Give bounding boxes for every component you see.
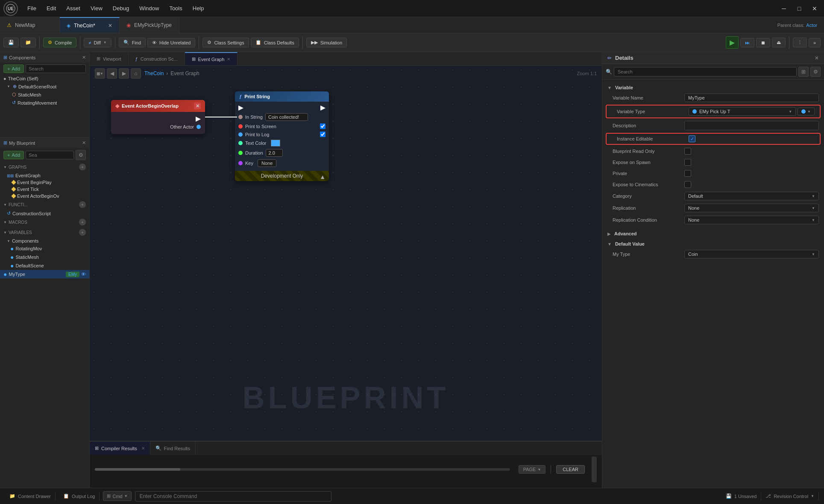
class-defaults-button[interactable]: 📋 Class Defaults bbox=[251, 38, 299, 47]
instance-editable-checkbox[interactable] bbox=[689, 135, 695, 142]
components-search-input[interactable] bbox=[26, 64, 86, 73]
mytype-var-item[interactable]: ● MyType EMy 👁 bbox=[0, 270, 89, 278]
content-browser-button[interactable]: 📁 bbox=[21, 38, 36, 47]
mytype-eye-icon[interactable]: 👁 bbox=[81, 272, 86, 277]
replication-condition-dropdown[interactable]: None ▼ bbox=[684, 216, 819, 224]
details-search-input[interactable] bbox=[614, 67, 797, 76]
parent-class-value[interactable]: Actor bbox=[806, 23, 817, 28]
cmd-selector[interactable]: ⊞ Cmd ▼ bbox=[103, 491, 131, 501]
tab-newmap[interactable]: ⚠ NewMap bbox=[0, 17, 60, 33]
container-type-button[interactable]: ▼ bbox=[798, 108, 815, 115]
console-input[interactable] bbox=[135, 491, 331, 501]
menu-edit[interactable]: Edit bbox=[42, 3, 60, 13]
menu-window[interactable]: Window bbox=[135, 3, 163, 13]
page-button[interactable]: PAGE ▼ bbox=[519, 465, 546, 474]
eventgraph-tab-close[interactable]: ✕ bbox=[227, 57, 230, 62]
menu-asset[interactable]: Asset bbox=[62, 3, 85, 13]
blueprint-settings-button[interactable]: ⚙ bbox=[76, 150, 86, 160]
components-add-button[interactable]: + Add bbox=[3, 64, 24, 73]
canvas-mode-dropdown[interactable]: ⊞ ▼ bbox=[95, 68, 105, 79]
play-button[interactable]: ▶ bbox=[726, 36, 739, 49]
text-color-swatch[interactable] bbox=[271, 140, 280, 147]
breadcrumb-root[interactable]: TheCoin bbox=[144, 70, 164, 76]
print-string-node[interactable]: ƒ Print String In String bbox=[235, 91, 329, 181]
eject-button[interactable]: ⏏ bbox=[772, 38, 786, 47]
compiler-results-close[interactable]: ✕ bbox=[141, 446, 145, 451]
maximize-button[interactable]: □ bbox=[793, 4, 805, 13]
replication-dropdown[interactable]: None ▼ bbox=[684, 204, 819, 212]
dev-collapse-icon[interactable]: ▲ bbox=[320, 173, 325, 180]
components-close[interactable]: ✕ bbox=[82, 55, 86, 60]
save-button[interactable]: 💾 bbox=[3, 38, 19, 47]
event-beginplay-item[interactable]: Event BeginPlay bbox=[0, 179, 89, 186]
thecoin-tab-close[interactable]: ✕ bbox=[108, 23, 112, 29]
defaultscene-var-item[interactable]: ● DefaultScene bbox=[0, 261, 89, 270]
details-settings-button[interactable]: ⚙ bbox=[810, 67, 821, 77]
expose-cinematics-checkbox[interactable] bbox=[684, 181, 691, 188]
print-log-checkbox[interactable] bbox=[320, 132, 325, 137]
content-drawer-button[interactable]: 📁 Content Drawer bbox=[5, 492, 56, 501]
close-button[interactable]: ✕ bbox=[809, 4, 821, 13]
my-blueprint-add-button[interactable]: + Add bbox=[3, 151, 24, 159]
nav-home-button[interactable]: ⌂ bbox=[131, 68, 141, 79]
print-screen-checkbox[interactable] bbox=[320, 123, 325, 129]
graphs-add-button[interactable]: + bbox=[79, 164, 86, 170]
mytype-default-dropdown[interactable]: Coin ▼ bbox=[684, 250, 819, 258]
subtab-viewport[interactable]: ⊞ Viewport bbox=[90, 52, 129, 65]
macros-add-button[interactable]: + bbox=[79, 219, 86, 226]
menu-debug[interactable]: Debug bbox=[108, 3, 133, 13]
key-value[interactable]: None bbox=[258, 159, 276, 167]
variable-name-input[interactable] bbox=[684, 94, 819, 102]
find-button[interactable]: 🔍 Find bbox=[119, 38, 146, 47]
subtab-construction[interactable]: ƒ Construction Sc... bbox=[129, 52, 185, 65]
expand-button[interactable]: » bbox=[809, 38, 821, 47]
construction-script-item[interactable]: ↺ ConstructionScript bbox=[0, 210, 89, 217]
instring-value[interactable] bbox=[265, 113, 308, 121]
menu-view[interactable]: View bbox=[86, 3, 107, 13]
tab-emypickuptype[interactable]: ◉ EMyPickUpType bbox=[120, 17, 179, 33]
minimize-button[interactable]: ─ bbox=[778, 4, 790, 13]
components-group-item[interactable]: ▼ Components bbox=[0, 237, 89, 244]
details-close[interactable]: ✕ bbox=[815, 55, 819, 61]
stop-button[interactable]: ⏹ bbox=[756, 38, 770, 47]
compiler-results-tab[interactable]: ⊞ Compiler Results ✕ bbox=[90, 442, 150, 455]
private-checkbox[interactable] bbox=[684, 170, 691, 177]
event-tick-item[interactable]: Event Tick bbox=[0, 186, 89, 193]
variable-section-header[interactable]: ▼ Variable bbox=[602, 83, 824, 92]
revision-control-button[interactable]: ⎇ Revision Control ▼ bbox=[761, 492, 819, 501]
staticmesh-component-item[interactable]: ⬡ StaticMesh bbox=[0, 91, 89, 99]
rotatingmov-var-item[interactable]: ● RotatingMov bbox=[0, 244, 89, 253]
more-options-button[interactable]: ⋮ bbox=[793, 38, 807, 47]
defaultsceneroot-item[interactable]: ▼ ⊕ DefaultSceneRoot bbox=[0, 82, 89, 91]
clear-button[interactable]: CLEAR bbox=[556, 465, 585, 474]
diff-button[interactable]: ≠ Diff bbox=[84, 38, 111, 47]
my-blueprint-close[interactable]: ✕ bbox=[82, 140, 86, 146]
blueprint-canvas[interactable]: ⊞ ▼ ◀ ▶ ⌂ TheCoin › Event Graph Zoom 1:1 bbox=[90, 66, 602, 441]
details-layout-button[interactable]: ⊞ bbox=[798, 67, 809, 77]
results-vertical-scroll[interactable] bbox=[592, 457, 597, 482]
eventgraph-item[interactable]: ⊞⊞ EventGraph bbox=[0, 172, 89, 179]
unsaved-indicator[interactable]: 💾 1 Unsaved bbox=[721, 492, 762, 501]
menu-help[interactable]: Help bbox=[188, 3, 208, 13]
menu-file[interactable]: File bbox=[23, 3, 41, 13]
thecoin-self-item[interactable]: ● TheCoin (Self) bbox=[0, 75, 89, 82]
variables-add-button[interactable]: + bbox=[79, 229, 86, 236]
skip-button[interactable]: ⏭ bbox=[740, 38, 754, 47]
subtab-eventgraph[interactable]: ⊞ Event Graph ✕ bbox=[185, 52, 238, 65]
results-scrollbar-track[interactable] bbox=[95, 468, 510, 471]
find-results-tab[interactable]: 🔍 Find Results bbox=[150, 442, 196, 455]
simulation-button[interactable]: ▶▶ Simulation bbox=[306, 38, 347, 47]
functions-add-button[interactable]: + bbox=[79, 201, 86, 208]
nav-back-button[interactable]: ◀ bbox=[107, 68, 117, 79]
compile-button[interactable]: ⚙ Compile bbox=[43, 38, 76, 47]
my-blueprint-search-input[interactable] bbox=[26, 151, 74, 159]
category-dropdown[interactable]: Default ▼ bbox=[684, 192, 819, 200]
variable-type-dropdown[interactable]: EMy Pick Up T ▼ bbox=[689, 107, 796, 116]
hide-unrelated-button[interactable]: 👁 Hide Unrelated bbox=[147, 38, 195, 47]
description-input[interactable] bbox=[684, 121, 819, 130]
class-settings-button[interactable]: ⚙ Class Settings bbox=[202, 38, 249, 47]
rotatingmovement-item[interactable]: ↺ RotatingMovement bbox=[0, 99, 89, 107]
event-node[interactable]: ◈ Event ActorBeginOverlap ✕ Other Actor bbox=[111, 100, 205, 134]
staticmesh-var-item[interactable]: ● StaticMesh bbox=[0, 253, 89, 261]
output-log-button[interactable]: 📋 Output Log bbox=[59, 492, 100, 501]
